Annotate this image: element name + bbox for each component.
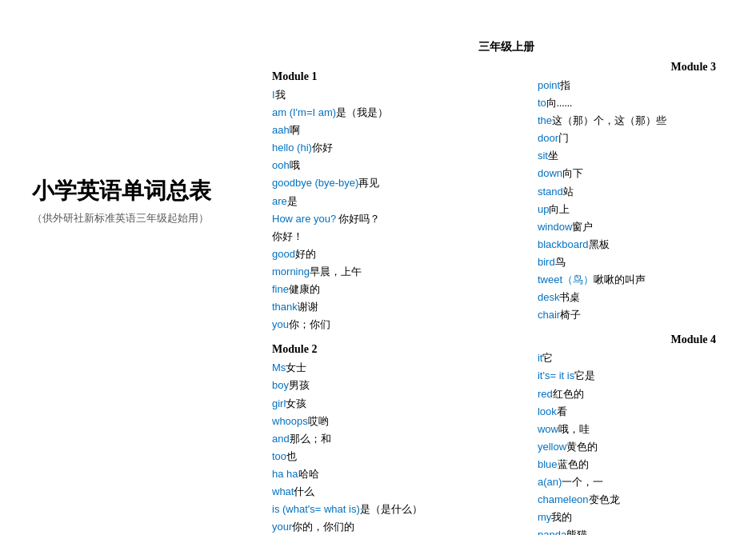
word-cn: 书桌 (559, 291, 580, 303)
module1-word-nihao: 你好！ (272, 228, 506, 246)
module1-word-hello: hello (hi)你好 (272, 139, 506, 157)
two-column-layout: Module 1 I我 am (I'm=I am)是（我是） aah啊 hell… (272, 61, 740, 535)
word-en: my (538, 511, 551, 523)
word-cn: 坐 (548, 150, 558, 162)
word-en: to (538, 97, 546, 109)
word-en: up (538, 203, 549, 215)
word-cn: 什么 (294, 485, 314, 497)
word-cn: 它 (542, 352, 553, 364)
word-cn: 是 (287, 195, 298, 207)
word-cn: 啾啾的叫声 (594, 273, 646, 285)
word-en: fine (272, 283, 289, 295)
word-cn: 也 (286, 450, 297, 462)
word-cn: 门 (558, 132, 569, 144)
word-en: blue (538, 458, 558, 470)
word-en: blackboard (538, 238, 589, 250)
word-en: ha ha (272, 468, 298, 480)
module4-word-its: it's= it is它是 (538, 367, 740, 385)
module3-word-sit: sit坐 (538, 147, 740, 165)
right-column: Module 3 point指 to向...... the这（那）个，这（那）些… (522, 61, 740, 535)
word-cn: 黄色的 (566, 441, 598, 453)
module3-word-stand: stand站 (538, 183, 740, 201)
word-cn: 你；你们 (289, 318, 330, 330)
word-en: it's= it is (538, 369, 574, 381)
word-cn: 哦 (290, 159, 300, 171)
word-cn: 女孩 (286, 397, 306, 409)
module3-word-window: window窗户 (538, 218, 740, 236)
word-cn: 我 (275, 89, 286, 101)
module1-word-fine: fine健康的 (272, 281, 506, 298)
word-cn: 鸟 (555, 256, 566, 268)
word-en: panda (538, 529, 566, 535)
module1-word-am: am (I'm=I am)是（我是） (272, 104, 506, 122)
module3-word-chair: chair椅子 (538, 306, 740, 324)
word-en: morning (272, 266, 310, 277)
word-cn: 谢谢 (298, 301, 318, 313)
word-cn: 你的，你们的 (292, 521, 354, 533)
module3-word-to: to向...... (538, 94, 740, 112)
word-en: chameleon (538, 493, 589, 505)
word-en: goodbye (bye-bye) (272, 177, 358, 189)
module1-word-good: good好的 (272, 246, 506, 263)
word-cn: 哦，哇 (558, 423, 590, 435)
module4-word-yellow: yellow黄色的 (538, 438, 740, 456)
left-column: Module 1 I我 am (I'm=I am)是（我是） aah啊 hell… (272, 61, 522, 535)
module2-word-boy: boy男孩 (272, 377, 506, 394)
module2-word-whoops: whoops哎哟 (272, 413, 506, 430)
word-cn: 再见 (358, 177, 379, 189)
word-en: down (538, 167, 562, 179)
word-en: yellow (538, 441, 566, 453)
module2-word-haha: ha ha哈哈 (272, 465, 506, 483)
module4-word-aan: a(an)一个，一 (538, 473, 740, 491)
word-en: hello (hi) (272, 142, 312, 154)
word-en: desk (538, 291, 559, 303)
word-en: good (272, 248, 295, 260)
module1-word-I: I我 (272, 86, 506, 104)
module3-word-the: the这（那）个，这（那）些 (538, 112, 740, 130)
module3-word-up: up向上 (538, 201, 740, 218)
word-cn: 变色龙 (589, 493, 620, 505)
module2-word-Ms: Ms女士 (272, 359, 506, 377)
module2-word-is: is (what's= what is)是（是什么） (272, 501, 506, 518)
word-en: thank (272, 301, 298, 313)
word-en: How are you? (272, 213, 336, 225)
module1-word-aah: aah啊 (272, 122, 506, 139)
word-en: look (538, 405, 557, 417)
word-en: girl (272, 397, 286, 409)
word-cn: 它是 (574, 369, 595, 381)
word-cn: 向下 (562, 167, 583, 179)
module4-word-wow: wow哦，哇 (538, 421, 740, 438)
module3-word-desk: desk书桌 (538, 289, 740, 306)
word-cn: 好的 (295, 248, 316, 260)
page: 小学英语单词总表 （供外研社新标准英语三年级起始用） 三年级上册 Module … (0, 0, 756, 535)
word-cn: 哈哈 (298, 468, 319, 480)
word-cn: 指 (560, 79, 570, 91)
word-en: too (272, 450, 286, 462)
word-en: aah (272, 124, 290, 136)
module3-word-point: point指 (538, 77, 740, 94)
module1-word-morning: morning早晨，上午 (272, 263, 506, 281)
module2-word-too: too也 (272, 448, 506, 465)
module2-word-girl: girl女孩 (272, 395, 506, 413)
module4-word-chameleon: chameleon变色龙 (538, 491, 740, 509)
word-cn: 你好！ (272, 230, 303, 242)
word-cn: 是（我是） (336, 106, 388, 118)
content-area: 三年级上册 Module 1 I我 am (I'm=I am)是（我是） aah… (272, 16, 740, 535)
word-cn: 红色的 (553, 388, 584, 400)
module3-word-bird: bird鸟 (538, 254, 740, 271)
word-cn: 向上 (549, 203, 570, 215)
word-cn: 一个，一 (562, 476, 603, 488)
word-en: your (272, 521, 292, 533)
word-cn: 蓝色的 (558, 458, 589, 470)
module3-title: Module 3 (538, 61, 740, 74)
module2-word-and: and那么；和 (272, 430, 506, 448)
word-cn: 早晨，上午 (310, 266, 362, 277)
module1-word-thank: thank谢谢 (272, 298, 506, 316)
word-cn: 窗户 (572, 221, 593, 233)
word-en: window (538, 221, 572, 233)
module3-word-door: door门 (538, 130, 740, 147)
word-en: whoops (272, 415, 308, 427)
word-en: stand (538, 186, 563, 198)
module3-word-tweet: tweet（鸟）啾啾的叫声 (538, 271, 740, 289)
word-cn: 哎哟 (308, 415, 329, 427)
